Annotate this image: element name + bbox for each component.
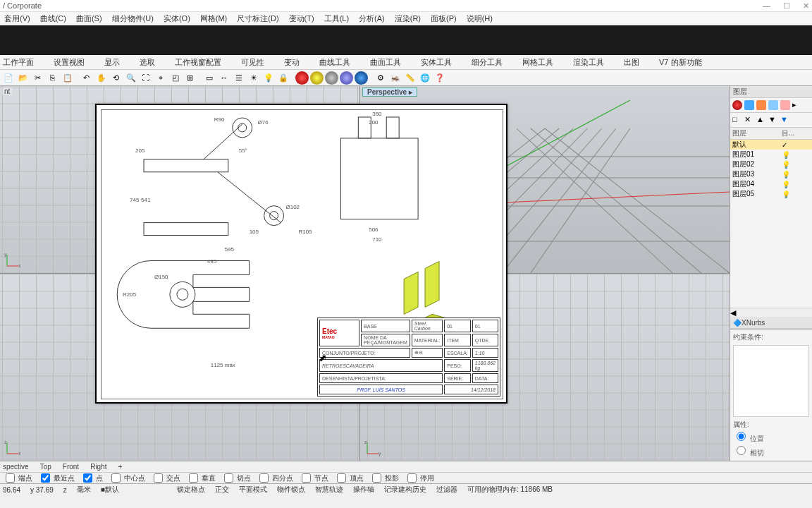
osnap-停用[interactable]: 停用	[405, 471, 434, 485]
status-toggle[interactable]: 操作轴	[353, 485, 374, 495]
layer-icon[interactable]	[744, 100, 754, 110]
ribbon-tab[interactable]: 工作平面	[3, 57, 34, 68]
material-icon[interactable]	[732, 100, 742, 110]
views-icon[interactable]: ⊞	[183, 71, 197, 85]
sun-icon[interactable]: ☀	[247, 71, 260, 85]
status-toggle[interactable]: 过滤器	[436, 485, 457, 495]
view-tab[interactable]: Front	[63, 463, 79, 471]
ribbon-tab[interactable]: 设置视图	[54, 57, 85, 68]
del-layer-icon[interactable]: ✕	[744, 115, 754, 125]
xray-icon[interactable]	[355, 71, 368, 85]
osnap-端点[interactable]: 端点	[3, 471, 32, 485]
zoom-win-icon[interactable]: ◰	[168, 71, 182, 85]
globe-icon[interactable]: 🌐	[418, 71, 431, 85]
menu-item[interactable]: 变动(T)	[289, 13, 314, 24]
copy-icon[interactable]: ⎘	[46, 71, 59, 85]
layer-row[interactable]: 图层02	[730, 159, 780, 169]
menu-item[interactable]: 曲线(C)	[40, 13, 66, 24]
osnap-中心点[interactable]: 中心点	[109, 471, 145, 485]
render-icon[interactable]	[295, 71, 309, 85]
lock-icon[interactable]: 🔒	[276, 71, 290, 85]
ribbon-tab[interactable]: V7 的新功能	[659, 57, 702, 68]
status-toggle[interactable]: 锁定格点	[177, 485, 205, 495]
view-tab[interactable]: spective	[3, 463, 29, 471]
menu-item[interactable]: 工具(L)	[324, 13, 349, 24]
props-icon[interactable]	[756, 100, 766, 110]
viewport-label-active[interactable]: Perspective ▸	[362, 87, 417, 97]
more-icon[interactable]: ▸	[792, 100, 802, 110]
osnap-投影[interactable]: 投影	[369, 471, 399, 485]
opts-icon[interactable]: ⚙	[374, 71, 387, 85]
zoom-ext-icon[interactable]: ⛶	[139, 71, 152, 85]
wire-icon[interactable]	[325, 71, 338, 85]
menu-item[interactable]: 尺寸标注(D)	[237, 13, 278, 24]
menu-item[interactable]: 实体(O)	[164, 13, 190, 24]
status-toggle[interactable]: 平面模式	[239, 485, 267, 495]
pan-icon[interactable]: ✋	[94, 71, 108, 85]
ribbon-tab[interactable]: 可见性	[241, 57, 264, 68]
ribbon-tab[interactable]: 渲染工具	[573, 57, 604, 68]
layers-icon[interactable]: ☰	[232, 71, 245, 85]
grasshopper-icon[interactable]: 🦗	[388, 71, 402, 85]
menu-item[interactable]: 网格(M)	[200, 13, 228, 24]
view-tab[interactable]: Top	[40, 463, 51, 471]
menu-item[interactable]: 分析(A)	[359, 13, 385, 24]
viewport-label[interactable]: nt	[2, 87, 12, 95]
status-toggle[interactable]: 物件锁点	[277, 485, 305, 495]
nudge-icon[interactable]: ↔	[217, 71, 230, 85]
xnurbs-header[interactable]: 🔷XNurbs	[730, 317, 812, 329]
menu-item[interactable]: 套用(V)	[4, 13, 30, 24]
layer-row[interactable]: 默认	[730, 140, 780, 150]
open-icon[interactable]: 📂	[16, 71, 30, 85]
layer-list[interactable]: 图层目... 默认✓ 图层01💡 图层02💡 图层03💡 图层04💡 图层05💡	[730, 128, 812, 199]
ribbon-tab[interactable]: 显示	[104, 57, 120, 68]
menu-item[interactable]: 渲染(R)	[395, 13, 421, 24]
ribbon-tab[interactable]: 曲线工具	[319, 57, 350, 68]
new-layer-icon[interactable]: □	[732, 115, 742, 125]
ribbon-tab[interactable]: 出图	[624, 57, 639, 68]
menu-item[interactable]: 说明(H)	[467, 13, 493, 24]
ribbon-tab[interactable]: 工作视窗配置	[175, 57, 221, 68]
zoom-icon[interactable]: 🔍	[124, 71, 137, 85]
undo-icon[interactable]: ↶	[80, 71, 93, 85]
status-toggle[interactable]: 正交	[215, 485, 229, 495]
osnap-切点[interactable]: 切点	[221, 471, 251, 485]
maximize-icon[interactable]: ☐	[783, 1, 790, 11]
up-icon[interactable]: ▲	[756, 115, 766, 125]
ribbon-tab[interactable]: 变动	[284, 57, 300, 68]
status-toggle[interactable]: 智慧轨迹	[315, 485, 343, 495]
layer-row[interactable]: 图层05	[730, 189, 780, 199]
pos-radio[interactable]: 位置	[733, 435, 764, 442]
cplane-icon[interactable]: ▭	[202, 71, 216, 85]
light-icon[interactable]: 💡	[262, 71, 275, 85]
filter-icon[interactable]: ▼	[780, 115, 790, 125]
shade-icon[interactable]	[310, 71, 324, 85]
ribbon-tab[interactable]: 曲面工具	[370, 57, 401, 68]
osnap-点[interactable]: 点	[80, 471, 103, 485]
paste-icon[interactable]: 📋	[61, 71, 74, 85]
constraint-box[interactable]	[733, 345, 809, 417]
minimize-icon[interactable]: —	[763, 1, 770, 11]
new-icon[interactable]: 📄	[1, 71, 15, 85]
measure-icon[interactable]: 📏	[403, 71, 417, 85]
down-icon[interactable]: ▼	[768, 115, 778, 125]
menu-item[interactable]: 曲面(S)	[76, 13, 102, 24]
render-icon[interactable]	[768, 100, 778, 110]
status-toggle[interactable]: 记录建构历史	[384, 485, 426, 495]
close-icon[interactable]: ✕	[803, 1, 809, 11]
tan-radio[interactable]: 相切	[733, 449, 764, 456]
current-layer[interactable]: ■默认	[101, 485, 129, 495]
ribbon-tab[interactable]: 网格工具	[522, 57, 553, 68]
ribbon-tab[interactable]: 实体工具	[421, 57, 452, 68]
zoom-sel-icon[interactable]: ⌖	[154, 71, 167, 85]
menu-item[interactable]: 面板(P)	[431, 13, 457, 24]
osnap-交点[interactable]: 交点	[151, 471, 180, 485]
rotate-icon[interactable]: ⟲	[109, 71, 123, 85]
osnap-四分点[interactable]: 四分点	[257, 471, 293, 485]
view-tab[interactable]: Right	[90, 463, 106, 471]
ghost-icon[interactable]	[340, 71, 353, 85]
panel-scroll[interactable]: ◀	[730, 308, 812, 317]
ribbon-tab[interactable]: 细分工具	[472, 57, 503, 68]
ribbon-tab[interactable]: 选取	[140, 57, 155, 68]
osnap-最近点[interactable]: 最近点	[38, 471, 75, 485]
